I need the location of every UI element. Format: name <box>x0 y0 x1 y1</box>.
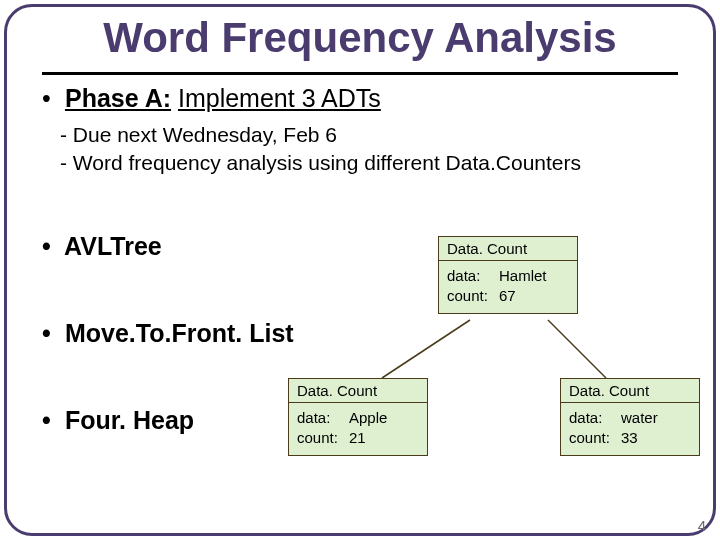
count-value: 21 <box>349 428 366 448</box>
content-area: • Phase A: Implement 3 ADTs - Due next W… <box>42 84 678 178</box>
tree-node-right: Data. Count data: water count: 33 <box>560 378 700 456</box>
phase-line: • Phase A: Implement 3 ADTs <box>42 84 678 113</box>
tree-node-left: Data. Count data: Apple count: 21 <box>288 378 428 456</box>
tree-node-root: Data. Count data: Hamlet count: 67 <box>438 236 578 314</box>
node-data-row: data: water <box>569 408 691 428</box>
slide: Word Frequency Analysis • Phase A: Imple… <box>0 0 720 540</box>
phase-text: Implement 3 ADTs <box>178 84 381 112</box>
bullet-icon: • <box>42 406 58 435</box>
node-header: Data. Count <box>561 379 699 403</box>
bullet-icon: • <box>42 84 58 113</box>
adt-label: AVLTree <box>64 232 162 260</box>
count-label: count: <box>569 428 621 448</box>
adt-item-mtflist: • Move.To.Front. List <box>42 319 294 348</box>
data-value: Apple <box>349 408 387 428</box>
sub-line-1: - Due next Wednesday, Feb 6 <box>60 121 678 149</box>
sub-line-2: - Word frequency analysis using differen… <box>60 149 678 177</box>
node-body: data: Apple count: 21 <box>289 403 427 455</box>
data-label: data: <box>297 408 349 428</box>
node-body: data: Hamlet count: 67 <box>439 261 577 313</box>
count-value: 33 <box>621 428 638 448</box>
node-count-row: count: 21 <box>297 428 419 448</box>
node-header: Data. Count <box>289 379 427 403</box>
page-number: 4 <box>698 517 706 534</box>
count-label: count: <box>297 428 349 448</box>
bullet-icon: • <box>42 319 58 348</box>
bullet-icon: • <box>42 232 58 261</box>
count-value: 67 <box>499 286 516 306</box>
node-data-row: data: Hamlet <box>447 266 569 286</box>
data-value: Hamlet <box>499 266 547 286</box>
data-label: data: <box>447 266 499 286</box>
phase-label: Phase A: <box>65 84 171 112</box>
node-count-row: count: 67 <box>447 286 569 306</box>
adt-list: • AVLTree • Move.To.Front. List • Four. … <box>42 232 294 493</box>
adt-label: Four. Heap <box>65 406 194 434</box>
node-data-row: data: Apple <box>297 408 419 428</box>
node-body: data: water count: 33 <box>561 403 699 455</box>
adt-label: Move.To.Front. List <box>65 319 294 347</box>
node-header: Data. Count <box>439 237 577 261</box>
title-rule <box>42 72 678 75</box>
data-label: data: <box>569 408 621 428</box>
node-count-row: count: 33 <box>569 428 691 448</box>
adt-item-avltree: • AVLTree <box>42 232 294 261</box>
count-label: count: <box>447 286 499 306</box>
adt-item-fourheap: • Four. Heap <box>42 406 294 435</box>
data-value: water <box>621 408 658 428</box>
slide-title: Word Frequency Analysis <box>0 14 720 62</box>
